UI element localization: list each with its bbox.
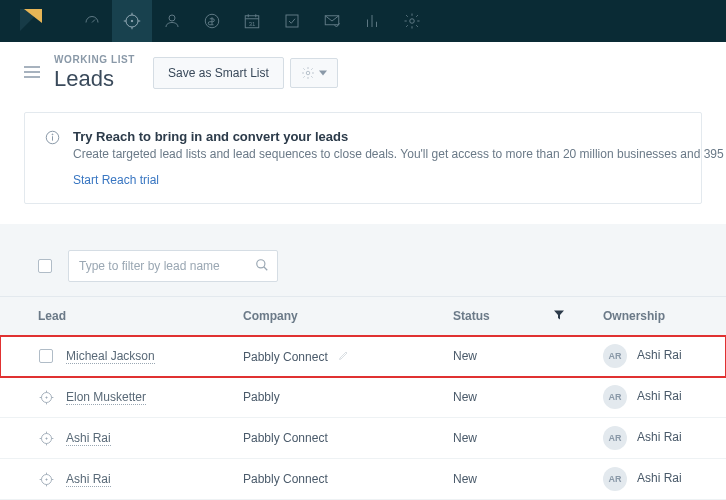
column-header-company[interactable]: Company	[235, 297, 445, 336]
owner-avatar: AR	[603, 426, 627, 450]
svg-line-31	[264, 266, 268, 270]
svg-point-44	[45, 437, 46, 438]
svg-point-30	[257, 259, 265, 267]
owner-name: Ashi Rai	[637, 430, 682, 444]
nav-tasks-icon[interactable]	[272, 0, 312, 42]
svg-point-29	[52, 134, 53, 135]
app-logo[interactable]	[20, 9, 44, 33]
column-header-lead[interactable]: Lead	[0, 297, 235, 336]
nav-settings-icon[interactable]	[392, 0, 432, 42]
nav-contacts-icon[interactable]	[152, 0, 192, 42]
page-overline: WORKING LIST	[54, 54, 135, 65]
top-navigation: 31	[0, 0, 726, 42]
lead-target-icon	[38, 389, 54, 405]
column-header-ownership[interactable]: Ownership	[595, 297, 726, 336]
nav-leads-icon[interactable]	[112, 0, 152, 42]
list-settings-dropdown[interactable]	[290, 58, 338, 88]
lead-target-icon	[38, 430, 54, 446]
owner-avatar: AR	[603, 344, 627, 368]
owner-avatar: AR	[603, 385, 627, 409]
svg-rect-16	[286, 15, 298, 27]
svg-point-8	[131, 20, 133, 22]
row-checkbox[interactable]	[38, 348, 54, 364]
svg-marker-32	[554, 311, 564, 320]
nav-deals-icon[interactable]	[192, 0, 232, 42]
lead-name-link[interactable]: Micheal Jackson	[66, 349, 155, 364]
table-row[interactable]: Ashi RaiPabbly ConnectNewARAshi Rai	[0, 418, 726, 459]
company-cell: Pabbly Connect	[243, 431, 328, 445]
owner-name: Ashi Rai	[637, 348, 682, 362]
owner-name: Ashi Rai	[637, 389, 682, 403]
lead-name-link[interactable]: Elon Musketter	[66, 390, 146, 405]
chevron-down-icon	[319, 69, 327, 77]
page-header: WORKING LIST Leads Save as Smart List	[0, 42, 726, 112]
column-header-status-label: Status	[453, 309, 490, 323]
nav-reports-icon[interactable]	[352, 0, 392, 42]
table-row[interactable]: Elon MusketterPabblyNewARAshi Rai	[0, 377, 726, 418]
table-row[interactable]: Ashi RaiPabbly ConnectNewARAshi Rai	[0, 459, 726, 500]
company-cell: Pabbly Connect	[243, 472, 328, 486]
svg-line-2	[92, 20, 95, 23]
nav-dashboard-icon[interactable]	[72, 0, 112, 42]
filter-input-wrap	[68, 250, 278, 282]
status-cell: New	[445, 459, 595, 500]
gear-icon	[301, 66, 315, 80]
status-cell: New	[445, 336, 595, 377]
lead-filter-input[interactable]	[69, 259, 277, 273]
lead-name-link[interactable]: Ashi Rai	[66, 431, 111, 446]
company-cell: Pabbly Connect	[243, 350, 328, 364]
svg-text:31: 31	[249, 21, 256, 27]
save-smart-list-button[interactable]: Save as Smart List	[153, 57, 284, 89]
filter-funnel-icon[interactable]	[553, 309, 565, 324]
promo-title: Try Reach to bring in and convert your l…	[73, 129, 681, 144]
status-cell: New	[445, 418, 595, 459]
svg-point-38	[45, 396, 46, 397]
nav-email-icon[interactable]	[312, 0, 352, 42]
svg-marker-26	[319, 71, 327, 76]
select-all-checkbox[interactable]	[38, 259, 52, 273]
column-header-status[interactable]: Status	[445, 297, 595, 336]
info-icon	[45, 130, 60, 148]
svg-point-50	[45, 478, 46, 479]
menu-toggle-icon[interactable]	[24, 65, 40, 82]
company-cell: Pabbly	[243, 390, 280, 404]
status-cell: New	[445, 377, 595, 418]
lead-name-link[interactable]: Ashi Rai	[66, 472, 111, 487]
table-row[interactable]: Micheal JacksonPabbly ConnectNewARAshi R…	[0, 336, 726, 377]
svg-point-25	[306, 71, 310, 75]
svg-point-9	[169, 15, 175, 21]
svg-point-21	[410, 19, 415, 24]
owner-avatar: AR	[603, 467, 627, 491]
owner-name: Ashi Rai	[637, 471, 682, 485]
search-icon	[255, 258, 269, 275]
leads-table: Lead Company Status Ownership Micheal Ja…	[0, 296, 726, 500]
page-title: Leads	[54, 66, 135, 92]
reach-promo-banner: Try Reach to bring in and convert your l…	[24, 112, 702, 204]
nav-calendar-icon[interactable]: 31	[232, 0, 272, 42]
leads-table-region: Lead Company Status Ownership Micheal Ja…	[0, 224, 726, 500]
lead-target-icon	[38, 471, 54, 487]
promo-text: Create targeted lead lists and lead sequ…	[73, 147, 681, 161]
start-reach-trial-link[interactable]: Start Reach trial	[73, 173, 159, 187]
edit-pencil-icon[interactable]	[338, 350, 350, 364]
